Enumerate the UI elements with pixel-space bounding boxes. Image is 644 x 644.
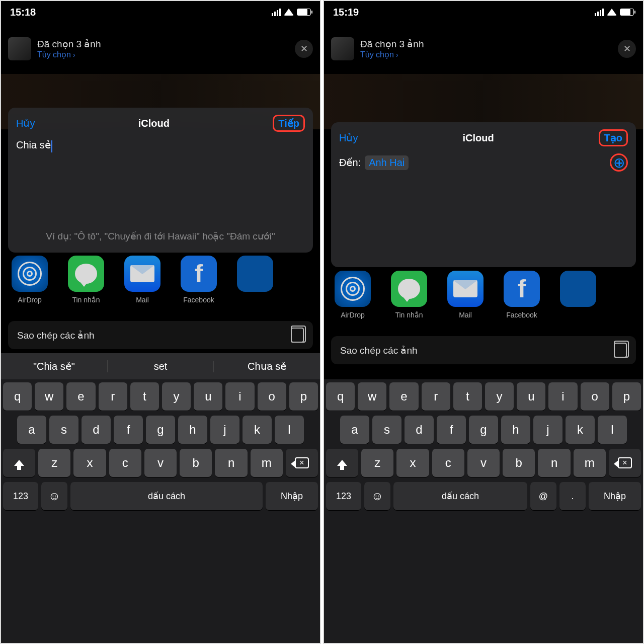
key-a[interactable]: a (340, 416, 369, 444)
key-q[interactable]: q (326, 382, 355, 411)
cancel-button[interactable]: Hủy (339, 132, 358, 144)
key-s[interactable]: s (372, 416, 401, 444)
key-n[interactable]: n (538, 449, 570, 477)
key-i[interactable]: i (548, 382, 577, 411)
key-space[interactable]: dấu cách (70, 482, 263, 510)
key-a[interactable]: a (17, 416, 46, 444)
key-q[interactable]: q (3, 382, 32, 411)
key-y[interactable]: y (162, 382, 191, 411)
key-r[interactable]: r (99, 382, 127, 411)
key-k[interactable]: k (243, 416, 272, 444)
next-button[interactable]: Tiếp (273, 115, 305, 132)
key-b[interactable]: b (180, 449, 212, 477)
key-z[interactable]: z (361, 449, 393, 477)
to-field[interactable]: Đến: Anh Hai ⊕ (339, 153, 628, 172)
key-i[interactable]: i (225, 382, 254, 411)
app-messages[interactable]: Tin nhắn (64, 256, 108, 304)
key-o[interactable]: o (258, 382, 286, 411)
key-numbers[interactable]: 123 (326, 482, 361, 510)
key-h[interactable]: h (501, 416, 530, 444)
key-m[interactable]: m (251, 449, 283, 477)
key-x[interactable]: x (396, 449, 429, 477)
share-name-input[interactable]: Chia sẻ (16, 139, 305, 151)
key-u[interactable]: u (194, 382, 222, 411)
wifi-icon (607, 9, 617, 16)
key-f[interactable]: f (437, 416, 466, 444)
key-e[interactable]: e (389, 382, 418, 411)
airdrop-icon (335, 271, 371, 307)
app-airdrop[interactable]: AirDrop (8, 256, 51, 304)
key-space[interactable]: dấu cách (393, 482, 527, 510)
app-messages[interactable]: Tin nhắn (387, 271, 431, 319)
key-v[interactable]: v (467, 449, 500, 477)
suggestion-1[interactable]: "Chia sẻ" (1, 360, 108, 372)
key-j[interactable]: j (210, 416, 239, 444)
key-l[interactable]: l (275, 416, 304, 444)
key-w[interactable]: w (358, 382, 386, 411)
copy-icon (291, 328, 304, 343)
app-more[interactable] (233, 256, 277, 304)
share-apps-row[interactable]: AirDrop Tin nhắn Mail f Facebook (8, 256, 320, 304)
key-u[interactable]: u (517, 382, 545, 411)
app-mail[interactable]: Mail (121, 256, 164, 304)
key-y[interactable]: y (485, 382, 514, 411)
key-delete[interactable] (286, 449, 318, 477)
app-mail[interactable]: Mail (444, 271, 487, 319)
suggestion-2[interactable]: set (108, 361, 214, 372)
more-icon (560, 271, 596, 307)
key-g[interactable]: g (146, 416, 175, 444)
key-b[interactable]: b (503, 449, 535, 477)
key-c[interactable]: c (432, 449, 464, 477)
suggestion-3[interactable]: Chưa sẻ (214, 360, 320, 372)
key-emoji[interactable]: ☺ (364, 482, 390, 510)
share-title: Đã chọn 3 ảnh (37, 38, 289, 50)
key-j[interactable]: j (533, 416, 562, 444)
recipient-chip[interactable]: Anh Hai (365, 155, 409, 170)
create-button[interactable]: Tạo (599, 129, 628, 146)
share-apps-row[interactable]: AirDrop Tin nhắn Mail f Facebook (331, 271, 643, 319)
key-w[interactable]: w (35, 382, 63, 411)
key-m[interactable]: m (574, 449, 606, 477)
key-return[interactable]: Nhập (266, 482, 318, 510)
key-x[interactable]: x (73, 449, 106, 477)
close-button[interactable]: ✕ (295, 40, 313, 58)
key-d[interactable]: d (82, 416, 111, 444)
close-button[interactable]: ✕ (618, 40, 636, 58)
key-z[interactable]: z (38, 449, 70, 477)
key-s[interactable]: s (49, 416, 78, 444)
key-r[interactable]: r (422, 382, 450, 411)
key-shift[interactable] (3, 449, 35, 477)
key-l[interactable]: l (598, 416, 627, 444)
key-t[interactable]: t (130, 382, 159, 411)
key-n[interactable]: n (215, 449, 247, 477)
app-facebook[interactable]: f Facebook (177, 256, 220, 304)
key-shift[interactable] (326, 449, 358, 477)
key-p[interactable]: p (612, 382, 641, 411)
key-t[interactable]: t (453, 382, 482, 411)
app-more[interactable] (556, 271, 600, 319)
key-dot[interactable]: . (559, 482, 586, 510)
key-v[interactable]: v (144, 449, 177, 477)
key-g[interactable]: g (469, 416, 498, 444)
key-emoji[interactable]: ☺ (41, 482, 67, 510)
app-facebook[interactable]: f Facebook (500, 271, 543, 319)
key-at[interactable]: @ (530, 482, 556, 510)
copy-photos-row[interactable]: Sao chép các ảnh (331, 336, 636, 364)
key-return[interactable]: Nhập (589, 482, 641, 510)
app-airdrop[interactable]: AirDrop (331, 271, 374, 319)
key-c[interactable]: c (109, 449, 141, 477)
cancel-button[interactable]: Hủy (16, 117, 35, 129)
key-e[interactable]: e (66, 382, 95, 411)
key-delete[interactable] (609, 449, 641, 477)
options-link[interactable]: Tùy chọn › (360, 50, 612, 59)
add-recipient-button[interactable]: ⊕ (610, 153, 628, 172)
key-h[interactable]: h (178, 416, 207, 444)
key-p[interactable]: p (289, 382, 318, 411)
key-numbers[interactable]: 123 (3, 482, 38, 510)
key-f[interactable]: f (114, 416, 143, 444)
key-d[interactable]: d (405, 416, 434, 444)
key-o[interactable]: o (581, 382, 609, 411)
options-link[interactable]: Tùy chọn › (37, 50, 289, 59)
key-k[interactable]: k (566, 416, 595, 444)
copy-photos-row[interactable]: Sao chép các ảnh (8, 321, 313, 349)
